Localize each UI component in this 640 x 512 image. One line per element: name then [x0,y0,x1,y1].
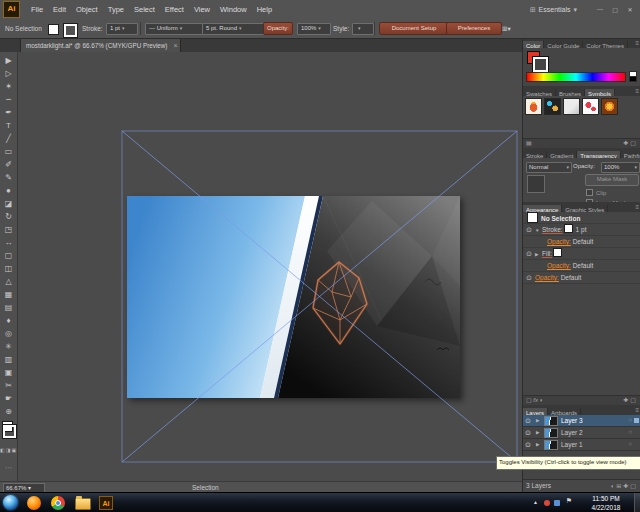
effects-icon[interactable]: fx [533,397,538,403]
color-spectrum-slider[interactable] [526,72,626,82]
gradient-tool[interactable]: ▤ [0,301,17,314]
delete-item-icon[interactable]: ▢ [630,397,638,403]
artboard[interactable] [127,196,460,398]
clear-appearance-icon[interactable]: ◐ [540,397,544,403]
layer-selection-chip[interactable] [634,418,639,423]
visibility-eye-icon[interactable]: ⊙ [526,224,535,235]
stroke-swatch[interactable] [64,24,77,37]
layer-name[interactable]: Layer 3 [561,415,583,426]
symbol-thumbnail[interactable] [525,98,542,115]
tab-gradient[interactable]: Gradient [547,151,577,158]
appearance-stroke-opacity-row[interactable]: Opacity: Default [523,236,640,248]
menu-item-type[interactable]: Type [103,0,129,19]
panel-menu-icon[interactable]: ≡ [635,38,639,48]
menu-item-object[interactable]: Object [71,0,103,19]
zoom-tool[interactable]: ⊕ [0,405,17,418]
tray-app-icon[interactable] [544,500,550,506]
symbol-sprayer-tool[interactable]: ✳ [0,340,17,353]
paintbrush-tool[interactable]: ✐ [0,158,17,171]
disclosure-icon[interactable]: ▶ [536,415,539,426]
style-select[interactable]: ▾ [352,23,374,35]
blob-brush-tool[interactable]: ● [0,184,17,197]
pen-tool[interactable]: ✒ [0,106,17,119]
clip-checkbox[interactable]: Clip [586,189,606,197]
eyedropper-tool[interactable]: ♦ [0,314,17,327]
mesh-tool[interactable]: ▦ [0,288,17,301]
type-tool[interactable]: T [0,119,17,132]
lasso-tool[interactable]: ∽ [0,93,17,106]
symbol-thumbnail[interactable] [582,98,599,115]
stroke-label[interactable]: Stroke: [82,25,103,32]
tab-brushes[interactable]: Brushes [556,89,585,96]
width-tool[interactable]: ↔ [0,236,17,249]
hand-tool[interactable]: ☛ [0,392,17,405]
tray-chevron-up-icon[interactable]: ▲ [533,499,538,505]
visibility-eye-icon[interactable]: ⊙ [525,439,531,450]
show-desktop-button[interactable] [634,493,640,512]
tab-close-icon[interactable]: × [173,39,177,52]
layer-target-icon[interactable]: ○ [628,415,632,426]
visibility-eye-icon[interactable]: ⊙ [525,427,531,438]
canvas-area[interactable] [18,52,522,482]
layer-target-icon[interactable]: ○ [628,427,632,438]
scale-tool[interactable]: ◳ [0,223,17,236]
taskbar-clock[interactable]: 11:50 PM 4/22/2018 [580,494,632,512]
menu-item-effect[interactable]: Effect [160,0,189,19]
stroke-spinner-icon[interactable]: ▾ [122,25,125,31]
tab-graphic-styles[interactable]: Graphic Styles [562,205,608,212]
layer-thumbnail[interactable] [544,440,558,450]
tab-artboards[interactable]: Artboards [548,408,581,415]
menu-item-window[interactable]: Window [215,0,252,19]
fill-link[interactable]: Fill: [542,250,552,257]
layer-name[interactable]: Layer 1 [561,439,583,450]
menu-item-edit[interactable]: Edit [48,0,71,19]
brush-definition-select[interactable]: 5 pt. Round▾ [202,23,264,35]
rectangle-tool[interactable]: ▭ [0,145,17,158]
layer-thumbnail[interactable] [544,428,558,438]
artboard-tool[interactable]: ▣ [0,366,17,379]
illustrator-taskbar-icon[interactable]: Ai [99,496,113,510]
make-mask-button[interactable]: Make Mask [585,174,639,186]
layer-row-layer3[interactable]: ⊙ ▶ Layer 3 ○ [523,415,640,427]
panel-menu-icon[interactable]: ≡ [635,405,639,415]
black-swatch[interactable] [629,76,637,82]
new-stroke-icon[interactable]: ▢ [526,397,532,403]
tab-color-guide[interactable]: Color Guide [544,41,583,48]
drawing-mode-buttons[interactable]: ◧◨▣ [0,447,17,453]
document-tab[interactable]: mostdarklight.ai* @ 66.67% (CMYK/GPU Pre… [20,38,181,52]
opacity-link[interactable]: Opacity: [547,262,571,269]
tab-appearance[interactable]: Appearance [523,205,562,212]
perspective-grid-tool[interactable]: △ [0,275,17,288]
tab-color-themes[interactable]: Color Themes [583,41,628,48]
disclosure-icon[interactable]: ▶ [536,439,539,450]
layer-target-icon[interactable]: ○ [628,439,632,450]
panel-menu-icon[interactable]: ≡ [635,202,639,212]
column-graph-tool[interactable]: ▥ [0,353,17,366]
opacity-link[interactable]: Opacity: [535,274,559,281]
symbol-thumbnail[interactable] [601,98,618,115]
opacity-link[interactable]: Opacity: [547,238,571,245]
delete-layer-icon[interactable]: ▢ [630,483,638,489]
fill-swatch[interactable] [553,248,562,257]
visibility-eye-icon[interactable]: ⊙ [526,248,535,259]
visibility-eye-icon[interactable]: ⊙ [525,415,531,426]
preferences-button[interactable]: Preferences [446,22,502,35]
tab-transparency[interactable]: Transparency [577,151,620,158]
appearance-no-selection-row[interactable]: No Selection [523,212,640,224]
explorer-folder-icon[interactable] [75,498,91,510]
menu-item-help[interactable]: Help [252,0,277,19]
tray-network-icon[interactable] [554,500,560,506]
minimize-button[interactable]: — [595,6,605,13]
blend-tool[interactable]: ◎ [0,327,17,340]
appearance-stroke-row[interactable]: ⊙▼Stroke:1 pt [523,224,640,236]
delete-symbol-icon[interactable]: ▢ [630,140,638,146]
document-setup-button[interactable]: Document Setup [379,22,449,35]
tab-stroke[interactable]: Stroke [523,151,547,158]
screen-mode-button[interactable]: ⋯ [5,464,12,471]
firefox-icon[interactable] [27,496,41,510]
layer-thumbnail[interactable] [544,416,558,426]
menu-item-select[interactable]: Select [129,0,160,19]
appearance-fill-opacity-row[interactable]: Opacity: Default [523,260,640,272]
opacity-link[interactable]: Opacity: [263,22,293,35]
transparency-opacity-input[interactable]: 100%▾ [601,162,640,173]
